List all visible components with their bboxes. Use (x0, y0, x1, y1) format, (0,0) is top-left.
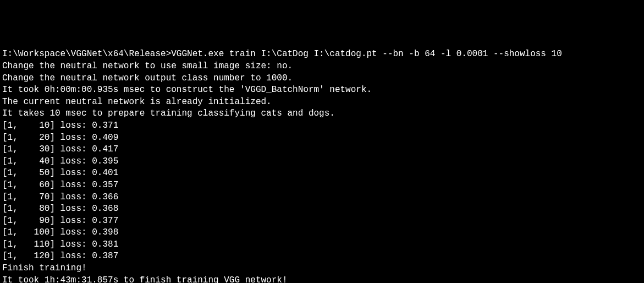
loss-line: [1, 10] loss: 0.371 (2, 120, 642, 132)
output-line: Change the neutral network to use small … (2, 61, 642, 73)
command-line: I:\Workspace\VGGNet\x64\Release>VGGNet.e… (2, 48, 642, 61)
output-line: The current neutral network is already i… (2, 96, 642, 108)
output-line: Change the neutral network output class … (2, 73, 642, 85)
loss-line: [1, 70] loss: 0.366 (2, 192, 642, 204)
loss-line: [1, 60] loss: 0.357 (2, 179, 642, 192)
loss-line: [1, 80] loss: 0.368 (2, 203, 642, 215)
loss-line: [1, 20] loss: 0.409 (2, 132, 642, 144)
loss-line: [1, 50] loss: 0.401 (2, 167, 642, 179)
loss-log: [1, 10] loss: 0.371[1, 20] loss: 0.409[1… (2, 120, 642, 263)
output-line: It takes 10 msec to prepare training cla… (2, 108, 642, 120)
terminal-output: I:\Workspace\VGGNet\x64\Release>VGGNet.e… (2, 48, 642, 283)
loss-line: [1, 90] loss: 0.377 (2, 215, 642, 227)
loss-line: [1, 40] loss: 0.395 (2, 156, 642, 168)
loss-line: [1, 100] loss: 0.398 (2, 227, 642, 239)
loss-line: [1, 30] loss: 0.417 (2, 144, 642, 156)
loss-line: [1, 120] loss: 0.387 (2, 251, 642, 263)
loss-line: [1, 110] loss: 0.381 (2, 239, 642, 251)
output-line: It took 0h:00m:00.935s msec to construct… (2, 84, 642, 96)
output-line: Finish training! (2, 263, 642, 275)
output-line: It took 1h:43m:31.857s to finish trainin… (2, 275, 642, 283)
